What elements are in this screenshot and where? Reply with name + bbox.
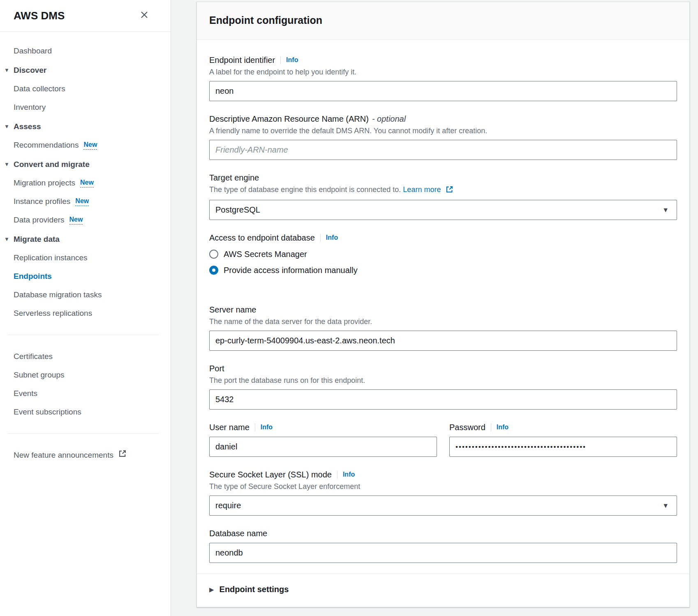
server-name-description: The name of the data server for the data… <box>209 317 677 327</box>
descriptive-arn-field: Descriptive Amazon Resource Name (ARN) -… <box>209 113 677 160</box>
sidebar-divider <box>7 335 159 335</box>
access-info-link[interactable]: Info <box>326 234 338 241</box>
sidebar-item-instance-profiles[interactable]: Instance profilesNew <box>0 196 171 207</box>
radio-button-selected[interactable] <box>209 266 218 275</box>
port-description: The port the database runs on for this e… <box>209 375 677 385</box>
access-to-endpoint-database-field: Access to endpoint database Info AWS Sec… <box>209 232 677 276</box>
endpoint-identifier-description: A label for the endpoint to help you ide… <box>209 67 677 77</box>
endpoint-identifier-field: Endpoint identifier Info A label for the… <box>209 55 677 101</box>
sidebar-item-replication-instances[interactable]: Replication instances <box>0 252 171 264</box>
port-field: Port The port the database runs on for t… <box>209 363 677 410</box>
new-badge[interactable]: New <box>80 178 94 188</box>
user-name-label: User name <box>209 422 250 433</box>
database-name-field: Database name <box>209 528 677 563</box>
sidebar-nav: Dashboard ▼Discover Data collectors Inve… <box>0 32 171 461</box>
access-label: Access to endpoint database <box>209 232 315 243</box>
target-engine-select[interactable]: PostgreSQL ▼ <box>209 200 677 220</box>
label-separator <box>320 234 321 242</box>
endpoint-identifier-input[interactable] <box>209 81 677 101</box>
sidebar-title: AWS DMS <box>14 9 65 22</box>
external-link-icon[interactable] <box>446 185 453 196</box>
new-badge[interactable]: New <box>83 141 97 150</box>
sidebar-item-database-migration-tasks[interactable]: Database migration tasks <box>0 289 171 301</box>
sidebar-item-dashboard[interactable]: Dashboard <box>0 45 171 57</box>
sidebar-section-migrate-data[interactable]: ▼Migrate data <box>0 234 171 245</box>
ssl-mode-label: Secure Socket Layer (SSL) mode <box>209 469 332 480</box>
close-icon <box>139 10 149 21</box>
caret-right-icon: ▶ <box>209 586 214 593</box>
sidebar-item-data-collectors[interactable]: Data collectors <box>0 83 171 95</box>
new-badge[interactable]: New <box>75 197 89 206</box>
port-label: Port <box>209 363 224 374</box>
sidebar-item-recommendations[interactable]: RecommendationsNew <box>0 139 171 151</box>
descriptive-arn-description: A friendly name to override the default … <box>209 126 677 136</box>
label-separator <box>280 56 281 64</box>
endpoint-identifier-info-link[interactable]: Info <box>286 56 298 64</box>
target-engine-description: The type of database engine this endpoin… <box>209 185 677 196</box>
sidebar-section-convert-and-migrate[interactable]: ▼Convert and migrate <box>0 159 171 170</box>
page-title: Endpoint configuration <box>209 14 322 26</box>
radio-button-unselected[interactable] <box>209 250 218 259</box>
label-separator <box>337 471 337 479</box>
sidebar-item-new-feature-announcements[interactable]: New feature announcements <box>0 449 171 461</box>
sidebar-header: AWS DMS <box>0 0 171 32</box>
sidebar-section-assess[interactable]: ▼Assess <box>0 121 171 132</box>
sidebar-item-migration-projects[interactable]: Migration projectsNew <box>0 177 171 189</box>
password-input[interactable] <box>449 437 677 457</box>
user-name-input[interactable] <box>209 437 437 457</box>
sidebar-item-event-subscriptions[interactable]: Event subscriptions <box>0 406 171 418</box>
port-input[interactable] <box>209 389 677 410</box>
endpoint-identifier-label: Endpoint identifier <box>209 55 275 65</box>
caret-down-icon: ▼ <box>4 234 9 245</box>
target-engine-label: Target engine <box>209 172 259 183</box>
sidebar-section-discover[interactable]: ▼Discover <box>0 65 171 76</box>
card-footer: ▶ Endpoint settings <box>197 574 689 607</box>
caret-down-icon: ▼ <box>4 121 9 132</box>
credentials-row: User name Info Password Info <box>209 422 677 457</box>
endpoint-settings-label: Endpoint settings <box>220 585 289 594</box>
descriptive-arn-label: Descriptive Amazon Resource Name (ARN) <box>209 113 369 124</box>
new-badge[interactable]: New <box>69 215 83 225</box>
external-link-icon <box>118 449 127 461</box>
radio-provide-access-manually[interactable]: Provide access information manually <box>209 265 677 276</box>
label-separator <box>491 424 491 431</box>
user-name-field: User name Info <box>209 422 437 457</box>
server-name-field: Server name The name of the data server … <box>209 304 677 351</box>
card-header: Endpoint configuration <box>197 2 689 40</box>
database-name-label: Database name <box>209 528 267 539</box>
caret-down-icon: ▼ <box>4 159 9 170</box>
database-name-input[interactable] <box>209 543 677 563</box>
ssl-mode-select[interactable]: require ▼ <box>209 496 677 516</box>
ssl-mode-field: Secure Socket Layer (SSL) mode Info The … <box>209 469 677 516</box>
sidebar-item-subnet-groups[interactable]: Subnet groups <box>0 369 171 381</box>
ssl-mode-info-link[interactable]: Info <box>343 471 355 478</box>
dropdown-arrow-icon: ▼ <box>662 206 669 214</box>
user-name-info-link[interactable]: Info <box>261 424 273 431</box>
server-name-label: Server name <box>209 304 257 315</box>
password-label: Password <box>449 422 485 433</box>
label-separator <box>255 424 255 431</box>
sidebar-item-serverless-replications[interactable]: Serverless replications <box>0 308 171 319</box>
target-engine-field: Target engine The type of database engin… <box>209 172 677 220</box>
radio-aws-secrets-manager[interactable]: AWS Secrets Manager <box>209 249 677 259</box>
endpoint-settings-expander[interactable]: ▶ Endpoint settings <box>209 585 677 594</box>
caret-down-icon: ▼ <box>4 65 9 76</box>
ssl-mode-description: The type of Secure Socket Layer enforcem… <box>209 482 677 491</box>
sidebar-item-certificates[interactable]: Certificates <box>0 351 171 362</box>
learn-more-link[interactable]: Learn more <box>403 185 441 194</box>
server-name-input[interactable] <box>209 331 677 351</box>
card-body: Endpoint identifier Info A label for the… <box>197 40 689 563</box>
sidebar: AWS DMS Dashboard ▼Discover Data collect… <box>0 0 171 616</box>
sidebar-divider <box>7 433 159 434</box>
sidebar-item-endpoints[interactable]: Endpoints <box>0 271 171 282</box>
close-sidebar-button[interactable] <box>139 10 149 21</box>
optional-suffix: - optional <box>372 114 406 124</box>
descriptive-arn-input[interactable] <box>209 140 677 160</box>
password-info-link[interactable]: Info <box>497 424 508 431</box>
sidebar-item-inventory[interactable]: Inventory <box>0 102 171 113</box>
dropdown-arrow-icon: ▼ <box>662 502 669 509</box>
sidebar-item-events[interactable]: Events <box>0 388 171 399</box>
password-field: Password Info <box>449 422 677 457</box>
endpoint-configuration-card: Endpoint configuration Endpoint identifi… <box>196 2 690 607</box>
sidebar-item-data-providers[interactable]: Data providersNew <box>0 214 171 226</box>
